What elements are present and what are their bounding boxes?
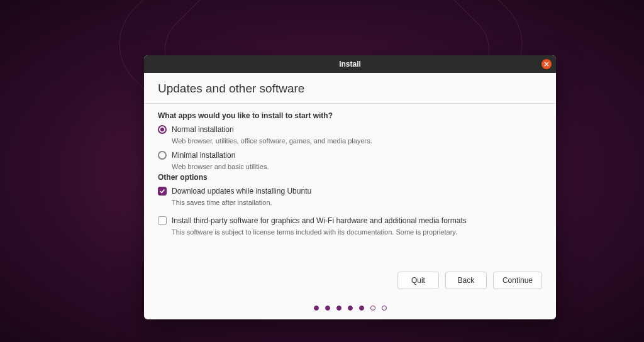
window-title: Install bbox=[339, 60, 361, 69]
radio-label: Minimal installation bbox=[172, 151, 235, 160]
close-button[interactable] bbox=[541, 59, 552, 69]
question-label: What apps would you like to install to s… bbox=[158, 111, 542, 120]
progress-dot bbox=[325, 306, 330, 311]
checkbox-third-party[interactable]: Install third-party software for graphic… bbox=[158, 215, 542, 226]
radio-label: Normal installation bbox=[172, 125, 234, 134]
third-party-desc: This software is subject to license term… bbox=[172, 228, 542, 236]
checkbox-download-updates[interactable]: Download updates while installing Ubuntu bbox=[158, 185, 542, 197]
quit-button[interactable]: Quit bbox=[397, 272, 439, 289]
checkbox-icon bbox=[158, 216, 167, 225]
normal-desc: Web browser, utilities, office software,… bbox=[172, 137, 542, 145]
checkbox-label: Install third-party software for graphic… bbox=[172, 216, 467, 225]
checkbox-label: Download updates while installing Ubuntu bbox=[172, 187, 311, 196]
progress-dot bbox=[370, 306, 375, 311]
continue-button[interactable]: Continue bbox=[493, 272, 542, 289]
close-icon bbox=[544, 62, 549, 67]
footer-buttons: Quit Back Continue bbox=[158, 272, 542, 298]
checkbox-icon bbox=[158, 187, 167, 196]
radio-icon bbox=[158, 125, 167, 134]
progress-indicator bbox=[158, 298, 542, 319]
radio-icon bbox=[158, 151, 167, 160]
radio-normal-installation[interactable]: Normal installation bbox=[158, 124, 542, 135]
other-options-label: Other options bbox=[158, 173, 542, 182]
download-updates-desc: This saves time after installation. bbox=[172, 199, 542, 206]
progress-dot bbox=[348, 306, 353, 311]
back-button[interactable]: Back bbox=[445, 272, 487, 289]
page-title: Updates and other software bbox=[158, 82, 542, 96]
progress-dot bbox=[359, 306, 364, 311]
progress-dot bbox=[382, 306, 387, 311]
titlebar: Install bbox=[144, 55, 556, 73]
progress-dot bbox=[314, 306, 319, 311]
minimal-desc: Web browser and basic utilities. bbox=[172, 163, 542, 170]
radio-minimal-installation[interactable]: Minimal installation bbox=[158, 150, 542, 161]
divider bbox=[144, 103, 556, 104]
progress-dot bbox=[336, 306, 341, 311]
install-dialog: Install Updates and other software What … bbox=[144, 55, 556, 319]
